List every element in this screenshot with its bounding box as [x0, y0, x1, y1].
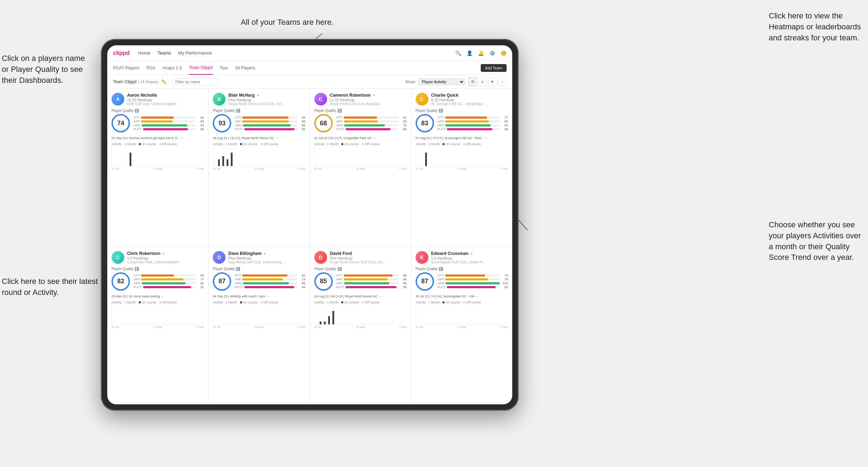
activity-label: Activity · 1 Month: [416, 301, 440, 304]
edit-icon[interactable]: ✏️: [161, 79, 167, 84]
avatar: D: [213, 251, 225, 264]
player-card[interactable]: D Dave Billingham ✓ Plus Handicap Sag Ma…: [209, 247, 309, 405]
on-course-legend: On course: [139, 301, 156, 304]
tab-team-clippd[interactable]: Team Clippd: [189, 61, 213, 75]
filter-button[interactable]: ▼: [488, 78, 497, 86]
chart-label-start: 31 Jul: [314, 167, 322, 170]
latest-round[interactable]: 26 Aug 23 | 73 (+1), Royal North Devon G…: [213, 136, 305, 140]
quality-circle[interactable]: 83: [416, 114, 434, 132]
latest-round[interactable]: 26 Aug 23 | 84 (+12), Royal North Devon …: [314, 295, 407, 298]
player-header: C Charlie Quick 6-10 Handicap St. George…: [416, 93, 508, 106]
list-view-button[interactable]: ≡: [478, 78, 487, 86]
player-card[interactable]: C Charlie Quick 6-10 Handicap St. George…: [411, 89, 512, 246]
player-card[interactable]: B Blair McHarg ✓ Plus Handicap Royal Nor…: [209, 89, 309, 246]
activity-label: Activity · 1 Month: [416, 142, 440, 146]
grid-view-button[interactable]: ⊞: [468, 78, 477, 86]
player-grid: A Aaron Nicholls 11-15 Handicap Drift Go…: [107, 89, 512, 404]
search-icon[interactable]: 🔍: [455, 50, 461, 56]
quality-circle[interactable]: 74: [112, 114, 130, 132]
tab-pgat-players[interactable]: PGAT Players: [113, 61, 139, 75]
latest-round[interactable]: 04 Sep 23 | Mobility with coach, Gym →: [213, 295, 305, 298]
search-input[interactable]: [172, 78, 218, 85]
player-name[interactable]: Edward Crossman ✓: [431, 251, 508, 256]
player-info: Charlie Quick 6-10 Handicap St. George's…: [431, 93, 508, 106]
player-name[interactable]: Charlie Quick: [431, 93, 508, 98]
chart-label-start: 31 Jul: [112, 325, 119, 329]
player-card[interactable]: C Cameron Robertson ✓ 11-15 Handicap Roy…: [310, 89, 411, 246]
player-name[interactable]: Cameron Robertson ✓: [330, 93, 407, 98]
player-name[interactable]: Chris Robertson ✓: [127, 251, 204, 256]
show-select[interactable]: Player Activity Quality Score Trend: [418, 78, 465, 85]
avatar-icon[interactable]: 🙂: [500, 50, 507, 56]
activity-section: Activity · 1 Month On course Off course …: [416, 142, 508, 170]
nav-teams[interactable]: Teams: [158, 50, 171, 56]
quality-section: 93 OTT 84 APP 85 ARG 88 PUTT 95: [213, 114, 305, 132]
player-info: Dave Billingham ✓ Plus Handicap Sag Main…: [228, 251, 305, 264]
quality-circle[interactable]: 85: [314, 272, 333, 291]
avatar: C: [112, 251, 124, 264]
chart-area: [416, 147, 508, 166]
on-course-legend: On course: [442, 301, 460, 304]
activity-header: Activity · 1 Month On course Off course: [314, 142, 407, 146]
player-club: Sag Maing Golf Club, United Kingdom: [228, 260, 285, 264]
player-club: Royal North Devon Golf Club, United Kin.…: [228, 102, 285, 106]
player-club: Drift Golf Club, United Kingdom: [127, 102, 184, 106]
chart-label-end: 4 Sep: [399, 167, 407, 170]
chart-label-end: 4 Sep: [501, 167, 508, 170]
settings-icon[interactable]: ⚙️: [489, 50, 495, 56]
activity-header: Activity · 1 Month On course Off course: [112, 301, 204, 304]
tab-tour[interactable]: Tour: [220, 61, 228, 75]
activity-header: Activity · 1 Month On course Off course: [416, 142, 508, 146]
latest-round[interactable]: 18 Jul 23 | 74 (+4), Sunningdale GC - Ol…: [416, 295, 508, 298]
stats-bars: OTT 89 APP 80 ARG 83 PUTT 96: [336, 273, 407, 289]
player-header: C Cameron Robertson ✓ 11-15 Handicap Roy…: [314, 93, 407, 106]
player-card[interactable]: D David Ford Plus Handicap Royal North D…: [310, 247, 411, 405]
ipad-screen: clippd Home Teams My Performance 🔍 👤 🔔 ⚙…: [107, 45, 512, 404]
stats-bars: OTT 60 APP 58 ARG 84 PUTT 85: [133, 115, 204, 131]
tab-all-players[interactable]: All Players: [235, 61, 255, 75]
sort-button[interactable]: ↕: [498, 78, 507, 86]
quality-label: Player Quality ℹ️: [416, 267, 508, 271]
chart-area: [416, 305, 508, 325]
bell-icon[interactable]: 🔔: [478, 50, 484, 56]
quality-circle[interactable]: 68: [314, 114, 333, 132]
chart-labels: 31 Jul 21 Aug 4 Sep: [213, 325, 305, 329]
quality-label: Player Quality ℹ️: [213, 267, 305, 271]
player-card[interactable]: E Edward Crossman ✓ 1-5 Handicap Sunning…: [411, 247, 512, 405]
chart-labels: 31 Jul 21 Aug 4 Sep: [112, 166, 204, 170]
activity-label: Activity · 1 Month: [314, 301, 339, 304]
quality-circle[interactable]: 87: [213, 272, 231, 291]
annotation-top-left: Click on a players nameor Player Quality…: [2, 53, 85, 86]
player-name[interactable]: Blair McHarg ✓: [228, 93, 305, 98]
player-info: Aaron Nicholls 11-15 Handicap Drift Golf…: [127, 93, 204, 106]
player-name[interactable]: Dave Billingham ✓: [228, 251, 305, 256]
player-handicap: Plus Handicap: [228, 98, 305, 102]
activity-label: Activity · 1 Month: [112, 142, 136, 146]
latest-round[interactable]: 02 Jul 23 | 59 (+17), Craigmillar Park G…: [314, 136, 407, 140]
latest-round[interactable]: 02 Sep 23 | Sunrise round to get back in…: [112, 136, 204, 140]
player-info: Edward Crossman ✓ 1-5 Handicap Sunningda…: [431, 251, 508, 264]
player-name[interactable]: Aaron Nicholls: [127, 93, 204, 98]
quality-circle[interactable]: 82: [112, 272, 130, 291]
player-club: Royal Perth Golf Club, Australia: [330, 102, 387, 106]
chart-label-start: 31 Jul: [416, 325, 423, 329]
profile-icon[interactable]: 👤: [466, 50, 473, 56]
add-team-button[interactable]: Add Team: [481, 64, 507, 72]
player-name[interactable]: David Ford: [330, 251, 407, 256]
activity-label: Activity · 1 Month: [213, 301, 237, 304]
player-info: David Ford Plus Handicap Royal North Dev…: [330, 251, 407, 264]
latest-round[interactable]: 03 Mar 23 | 19, Must make putting →: [112, 295, 204, 298]
nav-my-performance[interactable]: My Performance: [178, 50, 212, 56]
tab-pga[interactable]: PGA: [147, 61, 155, 75]
latest-round[interactable]: 07 Aug 23 | 77 (+7), St George's Hill GC…: [416, 136, 508, 140]
quality-circle[interactable]: 87: [416, 272, 434, 291]
player-card[interactable]: C Chris Robertson ✓ 1-5 Handicap Craigmi…: [107, 247, 208, 405]
nav-home[interactable]: Home: [138, 50, 150, 56]
quality-label: Player Quality ℹ️: [213, 109, 305, 113]
player-club: St. George's Hill GC - Weybridge - Surre…: [431, 102, 488, 106]
tab-hcaps[interactable]: Hcaps 1-5: [162, 61, 182, 75]
quality-circle[interactable]: 93: [213, 114, 231, 132]
avatar: D: [314, 251, 327, 264]
on-course-legend: On course: [341, 142, 359, 146]
player-card[interactable]: A Aaron Nicholls 11-15 Handicap Drift Go…: [107, 89, 208, 246]
